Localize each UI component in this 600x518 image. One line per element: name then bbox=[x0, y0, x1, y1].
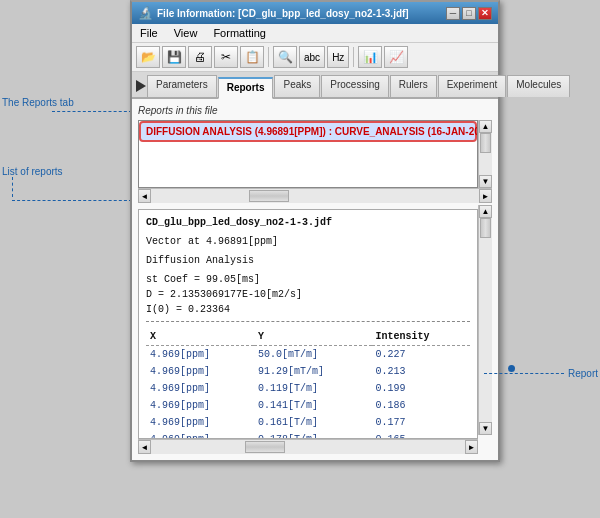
reports-scrollbar-h[interactable]: ◄ ► bbox=[138, 188, 492, 203]
report-annotation-dot bbox=[508, 365, 515, 372]
table-row: 4.969[ppm]0.161[T/m]0.177 bbox=[146, 414, 470, 431]
table-cell-1: 91.29[mT/m] bbox=[254, 363, 372, 380]
tab-peaks[interactable]: Peaks bbox=[274, 75, 320, 97]
reports-scrollbar-v[interactable]: ▲ ▼ bbox=[478, 120, 492, 188]
tab-parameters[interactable]: Parameters bbox=[147, 75, 217, 97]
table-row: 4.969[ppm]91.29[mT/m]0.213 bbox=[146, 363, 470, 380]
table-cell-0: 4.969[ppm] bbox=[146, 363, 254, 380]
toolbar-separator-2 bbox=[353, 47, 354, 67]
report-details-inner: CD_glu_bpp_led_dosy_no2-1-3.jdf Vector a… bbox=[139, 210, 477, 439]
table-cell-2: 0.165 bbox=[372, 431, 470, 439]
tabs-bar: Parameters Reports Peaks Processing Rule… bbox=[132, 72, 498, 99]
menu-formatting[interactable]: Formatting bbox=[211, 26, 268, 40]
report-annotation-text: Report bbox=[568, 368, 598, 379]
report-line4: I(0) = 0.23364 bbox=[146, 302, 470, 317]
tab-rulers[interactable]: Rulers bbox=[390, 75, 437, 97]
play-triangle-icon bbox=[136, 80, 146, 92]
scroll-track-h[interactable] bbox=[151, 189, 479, 203]
toolbar-save-btn[interactable]: 💾 bbox=[162, 46, 186, 68]
table-cell-0: 4.969[ppm] bbox=[146, 431, 254, 439]
table-cell-1: 50.0[mT/m] bbox=[254, 346, 372, 364]
toolbar-zoom-btn[interactable]: 🔍 bbox=[273, 46, 297, 68]
menu-view[interactable]: View bbox=[172, 26, 200, 40]
toolbar-open-btn[interactable]: 📂 bbox=[136, 46, 160, 68]
report-line2: st Coef = 99.05[ms] bbox=[146, 272, 470, 287]
table-cell-0: 4.969[ppm] bbox=[146, 346, 254, 364]
report-data-table: X Y Intensity 4.969[ppm]50.0[mT/m]0.2274… bbox=[146, 328, 470, 439]
toolbar-print-btn[interactable]: 🖨 bbox=[188, 46, 212, 68]
table-cell-0: 4.969[ppm] bbox=[146, 397, 254, 414]
toolbar-cut-btn[interactable]: ✂ bbox=[214, 46, 238, 68]
reports-section-label: Reports in this file bbox=[138, 105, 492, 116]
toolbar: 📂 💾 🖨 ✂ 📋 🔍 abc Hz 📊 📈 bbox=[132, 43, 498, 72]
detail-scrollbar-h[interactable]: ◄ ► bbox=[138, 439, 478, 454]
menu-file[interactable]: File bbox=[138, 26, 160, 40]
tab-processing[interactable]: Processing bbox=[321, 75, 388, 97]
play-button[interactable] bbox=[136, 75, 146, 97]
scroll-track-v[interactable] bbox=[479, 133, 492, 175]
minimize-button[interactable]: ─ bbox=[446, 7, 460, 20]
scroll-up-arrow[interactable]: ▲ bbox=[479, 120, 492, 133]
col-x-header: X bbox=[146, 328, 254, 346]
table-cell-2: 0.177 bbox=[372, 414, 470, 431]
close-button[interactable]: ✕ bbox=[478, 7, 492, 20]
detail-scroll-track-h[interactable] bbox=[151, 440, 465, 454]
report-detail-wrapper: CD_glu_bpp_led_dosy_no2-1-3.jdf Vector a… bbox=[138, 205, 492, 439]
toolbar-abc-btn[interactable]: abc bbox=[299, 46, 325, 68]
detail-scroll-right[interactable]: ► bbox=[465, 440, 478, 454]
scroll-right-arrow[interactable]: ► bbox=[479, 189, 492, 203]
detail-scroll-left[interactable]: ◄ bbox=[138, 440, 151, 454]
detail-scroll-thumb-h[interactable] bbox=[245, 441, 285, 453]
table-cell-0: 4.969[ppm] bbox=[146, 414, 254, 431]
table-row: 4.969[ppm]50.0[mT/m]0.227 bbox=[146, 346, 470, 364]
report-details-panel: CD_glu_bpp_led_dosy_no2-1-3.jdf Vector a… bbox=[138, 209, 478, 439]
menu-bar: File View Formatting bbox=[132, 24, 498, 43]
col-y-header: Y bbox=[254, 328, 372, 346]
toolbar-paste-btn[interactable]: 📋 bbox=[240, 46, 264, 68]
table-divider bbox=[146, 321, 470, 322]
reports-list-wrapper: DIFFUSION ANALYSIS (4.96891[PPM]) : CURV… bbox=[138, 120, 492, 203]
toolbar-chart-btn[interactable]: 📊 bbox=[358, 46, 382, 68]
table-row: 4.969[ppm]0.119[T/m]0.199 bbox=[146, 380, 470, 397]
maximize-button[interactable]: □ bbox=[462, 7, 476, 20]
table-cell-1: 0.161[T/m] bbox=[254, 414, 372, 431]
table-cell-0: 4.969[ppm] bbox=[146, 380, 254, 397]
scroll-thumb-h[interactable] bbox=[249, 190, 289, 202]
list-annotation-text: List of reports bbox=[2, 166, 63, 177]
content-area: Reports in this file DIFFUSION ANALYSIS … bbox=[132, 99, 498, 460]
detail-scroll-down-arrow[interactable]: ▼ bbox=[479, 422, 492, 435]
scroll-down-arrow[interactable]: ▼ bbox=[479, 175, 492, 188]
col-intensity-header: Intensity bbox=[372, 328, 470, 346]
tab-annotation-text: The Reports tab bbox=[2, 97, 74, 108]
report-line3: D = 2.1353069177E-10[m2/s] bbox=[146, 287, 470, 302]
tab-reports[interactable]: Reports bbox=[218, 77, 274, 99]
report-annotation: Report bbox=[484, 368, 598, 379]
table-cell-1: 0.119[T/m] bbox=[254, 380, 372, 397]
window-title: File Information: [CD_glu_bpp_led_dosy_n… bbox=[157, 8, 409, 19]
table-body: 4.969[ppm]50.0[mT/m]0.2274.969[ppm]91.29… bbox=[146, 346, 470, 440]
table-cell-2: 0.186 bbox=[372, 397, 470, 414]
title-bar: 🔬 File Information: [CD_glu_bpp_led_dosy… bbox=[132, 2, 498, 24]
report-vector-line: Vector at 4.96891[ppm] bbox=[146, 234, 470, 249]
reports-list-row: DIFFUSION ANALYSIS (4.96891[PPM]) : CURV… bbox=[138, 120, 492, 188]
reports-list-inner[interactable]: DIFFUSION ANALYSIS (4.96891[PPM]) : CURV… bbox=[139, 121, 477, 187]
tab-molecules[interactable]: Molecules bbox=[507, 75, 570, 97]
detail-scroll-thumb[interactable] bbox=[480, 218, 491, 238]
report-list-item[interactable]: DIFFUSION ANALYSIS (4.96891[PPM]) : CURV… bbox=[139, 121, 477, 142]
report-filename: CD_glu_bpp_led_dosy_no2-1-3.jdf bbox=[146, 215, 470, 230]
table-cell-2: 0.213 bbox=[372, 363, 470, 380]
table-row: 4.969[ppm]0.178[T/m]0.165 bbox=[146, 431, 470, 439]
table-cell-2: 0.227 bbox=[372, 346, 470, 364]
tab-experiment[interactable]: Experiment bbox=[438, 75, 507, 97]
scroll-thumb-v[interactable] bbox=[480, 133, 491, 153]
reports-list-container[interactable]: DIFFUSION ANALYSIS (4.96891[PPM]) : CURV… bbox=[138, 120, 478, 188]
toolbar-hz-btn[interactable]: Hz bbox=[327, 46, 349, 68]
detail-scroll-up-arrow[interactable]: ▲ bbox=[479, 205, 492, 218]
detail-scrollbar-v[interactable]: ▲ ▼ bbox=[478, 205, 492, 435]
report-section-title: Diffusion Analysis bbox=[146, 253, 470, 268]
title-bar-buttons: ─ □ ✕ bbox=[446, 7, 492, 20]
scroll-left-arrow[interactable]: ◄ bbox=[138, 189, 151, 203]
table-cell-1: 0.141[T/m] bbox=[254, 397, 372, 414]
toolbar-graph-btn[interactable]: 📈 bbox=[384, 46, 408, 68]
detail-scroll-track[interactable] bbox=[479, 218, 492, 422]
